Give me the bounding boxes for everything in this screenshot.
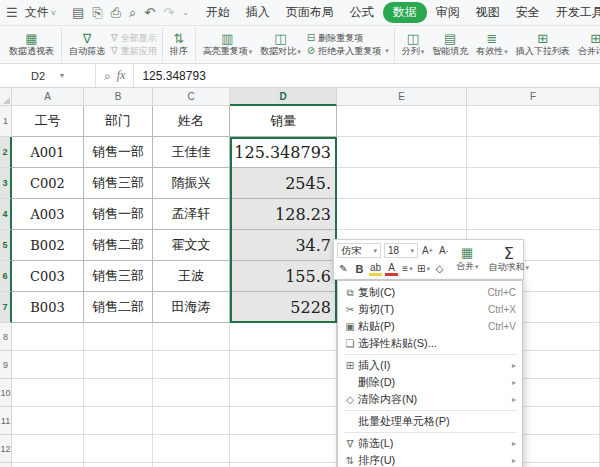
cell-B11[interactable] xyxy=(84,407,153,435)
format-painter-icon[interactable]: ✎ xyxy=(337,261,350,276)
cell-C9[interactable] xyxy=(153,351,230,379)
cell-D2[interactable]: 125.348793 xyxy=(230,137,337,168)
cell-A2[interactable]: A001 xyxy=(12,137,84,168)
menu-item-排序[interactable]: ⇅排序(U)▸ xyxy=(338,452,522,467)
cell-D9[interactable] xyxy=(230,351,337,379)
row-header-9[interactable]: 9 xyxy=(0,351,12,379)
cell-B7[interactable]: 销售二部 xyxy=(84,292,153,323)
cell-D13[interactable] xyxy=(230,463,337,467)
cell-F1[interactable] xyxy=(467,106,600,137)
cell-B13[interactable] xyxy=(84,463,153,467)
cell-B2[interactable]: 销售一部 xyxy=(84,137,153,168)
tab-开发工具[interactable]: 开发工具 xyxy=(549,1,600,24)
cell-D8[interactable] xyxy=(230,323,337,351)
column-header-A[interactable]: A xyxy=(12,88,84,106)
cell-A13[interactable] xyxy=(12,463,84,467)
cell-A12[interactable] xyxy=(12,435,84,463)
tab-公式[interactable]: 公式 xyxy=(343,1,381,24)
tab-审阅[interactable]: 审阅 xyxy=(429,1,467,24)
cell-E3[interactable] xyxy=(337,168,467,199)
cell-A3[interactable]: C002 xyxy=(12,168,84,199)
bold-button[interactable]: B xyxy=(353,261,366,276)
print-preview-icon[interactable]: ⌕ xyxy=(129,5,136,21)
cell-C8[interactable] xyxy=(153,323,230,351)
column-header-E[interactable]: E xyxy=(337,88,467,106)
cell-B5[interactable]: 销售二部 xyxy=(84,230,153,261)
consolidate-button[interactable]: ⊞合并计算 xyxy=(574,27,600,62)
cell-A10[interactable] xyxy=(12,379,84,407)
cell-D10[interactable] xyxy=(230,379,337,407)
align-center-button[interactable]: ≡▾ xyxy=(401,261,414,276)
cell-A1[interactable]: 工号 xyxy=(12,106,84,137)
tab-开始[interactable]: 开始 xyxy=(199,1,237,24)
tab-页面布局[interactable]: 页面布局 xyxy=(279,1,341,24)
cell-A4[interactable]: A003 xyxy=(12,199,84,230)
autosum-button[interactable]: Σ 自动求和▾ xyxy=(485,242,534,277)
font-size-select[interactable]: 18 ▾ xyxy=(384,243,418,258)
cell-C3[interactable]: 隋振兴 xyxy=(153,168,230,199)
increase-font-button[interactable]: A+ xyxy=(421,243,434,258)
cell-D4[interactable]: 128.23 xyxy=(230,199,337,230)
font-color-button[interactable]: A xyxy=(385,261,398,276)
cell-C13[interactable] xyxy=(153,463,230,467)
row-header-12[interactable]: 12 xyxy=(0,435,12,463)
autofilter-button[interactable]: ∇自动筛选 xyxy=(65,27,109,62)
menu-item-插入[interactable]: ⊞插入(I)▸ xyxy=(338,357,522,374)
cell-D1[interactable]: 销量 xyxy=(230,106,337,137)
column-header-F[interactable]: F xyxy=(467,88,600,106)
tab-视图[interactable]: 视图 xyxy=(469,1,507,24)
row-header-2[interactable]: 2 xyxy=(0,137,12,168)
tab-数据[interactable]: 数据 xyxy=(383,2,427,23)
highlight-color-button[interactable]: ab xyxy=(369,261,382,276)
row-header-1[interactable]: 1 xyxy=(0,106,12,137)
dropdown-list-button[interactable]: ⊞插入下拉列表 xyxy=(512,27,574,62)
menu-item-清除内容[interactable]: ◇清除内容(N)▸ xyxy=(338,391,522,408)
cell-D11[interactable] xyxy=(230,407,337,435)
cell-E1[interactable] xyxy=(337,106,467,137)
cell-D3[interactable]: 2545. xyxy=(230,168,337,199)
menu-item-选择性粘贴[interactable]: ❏选择性粘贴(S)... xyxy=(338,335,522,352)
tab-安全[interactable]: 安全 xyxy=(509,1,547,24)
cell-B8[interactable] xyxy=(84,323,153,351)
cell-F4[interactable] xyxy=(467,199,600,230)
menu-item-复制[interactable]: ⧉复制(C)Ctrl+C xyxy=(338,284,522,301)
cell-B3[interactable]: 销售三部 xyxy=(84,168,153,199)
row-header-7[interactable]: 7 xyxy=(0,292,12,323)
font-name-select[interactable]: 仿宋 ▾ xyxy=(337,243,381,258)
cell-F3[interactable] xyxy=(467,168,600,199)
remove-duplicates-button[interactable]: ⊟删除重复项 xyxy=(307,32,389,44)
menu-item-剪切[interactable]: ✂剪切(T)Ctrl+X xyxy=(338,301,522,318)
formula-input[interactable]: 125.348793 xyxy=(134,64,600,87)
cell-C6[interactable]: 王波 xyxy=(153,261,230,292)
magnifier-icon[interactable]: ⌕ xyxy=(104,69,111,83)
cell-C1[interactable]: 姓名 xyxy=(153,106,230,137)
menu-item-粘贴[interactable]: ▣粘贴(P)Ctrl+V xyxy=(338,318,522,335)
merge-cells-button[interactable]: ▦ 合并▾ xyxy=(452,242,483,277)
cell-A6[interactable]: C003 xyxy=(12,261,84,292)
cell-C7[interactable]: 田海涛 xyxy=(153,292,230,323)
column-header-D[interactable]: D xyxy=(230,88,337,106)
cell-D6[interactable]: 155.6 xyxy=(230,261,337,292)
cell-C2[interactable]: 王佳佳 xyxy=(153,137,230,168)
row-header-5[interactable]: 5 xyxy=(0,230,12,261)
cell-B1[interactable]: 部门 xyxy=(84,106,153,137)
column-header-C[interactable]: C xyxy=(153,88,230,106)
cell-C12[interactable] xyxy=(153,435,230,463)
pivot-table-button[interactable]: ▦数据透视表 xyxy=(5,27,58,62)
row-header-3[interactable]: 3 xyxy=(0,168,12,199)
cell-B4[interactable]: 销售一部 xyxy=(84,199,153,230)
tab-插入[interactable]: 插入 xyxy=(239,1,277,24)
row-header-10[interactable]: 10 xyxy=(0,379,12,407)
text-to-columns-button[interactable]: ◫分列▾ xyxy=(398,27,429,62)
menu-item-批量处理单元格[interactable]: 批量处理单元格(P) xyxy=(338,413,522,430)
cell-C5[interactable]: 霍文文 xyxy=(153,230,230,261)
cell-A9[interactable] xyxy=(12,351,84,379)
cell-D7[interactable]: 5228 xyxy=(230,292,337,323)
file-menu[interactable]: 文件 ˅ xyxy=(21,2,60,23)
cell-B9[interactable] xyxy=(84,351,153,379)
highlight-duplicates-button[interactable]: ▥高亮重复项▾ xyxy=(199,27,257,62)
print-icon[interactable]: ⎙ xyxy=(111,5,121,21)
cell-F2[interactable] xyxy=(467,137,600,168)
save-icon[interactable]: ▤ xyxy=(72,5,84,20)
undo-icon[interactable]: ↶ xyxy=(144,5,155,20)
